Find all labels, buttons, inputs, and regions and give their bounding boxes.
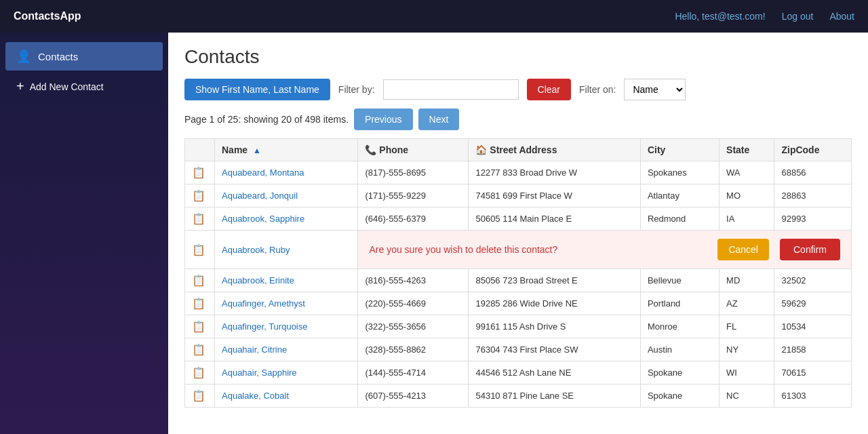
state-cell: IA [719, 208, 774, 231]
city-cell: Redmond [640, 208, 719, 231]
edit-cell: 📋 [185, 315, 215, 338]
pagination-info: Page 1 of 25: showing 20 of 498 items. P… [184, 108, 852, 130]
state-cell: AZ [719, 292, 774, 315]
zip-cell: 21858 [774, 338, 852, 361]
phone-header-label: Phone [379, 144, 408, 155]
address-cell: 85056 723 Broad Street E [469, 269, 640, 292]
edit-cell: 📋 [185, 292, 215, 315]
next-button[interactable]: Next [418, 108, 460, 130]
city-cell: Atlantay [640, 184, 719, 208]
edit-icon[interactable]: 📋 [192, 367, 205, 378]
phone-cell: (322)-555-3656 [358, 315, 469, 338]
zip-cell: 10534 [774, 315, 852, 338]
name-cell: Aquabrook, Ruby [215, 231, 358, 269]
confirm-button[interactable]: Confirm [780, 239, 840, 260]
clear-button[interactable]: Clear [527, 79, 571, 100]
table-row: 📋 Aquahair, Sapphire (144)-555-4714 4454… [185, 361, 852, 384]
zip-cell: 32502 [774, 269, 852, 292]
contact-link[interactable]: Aquabrook, Ruby [222, 245, 290, 255]
col-city: City [640, 139, 719, 161]
nav-links: Hello, test@test.com! Log out About [675, 11, 854, 22]
plus-icon: + [16, 79, 24, 94]
filter-input[interactable] [383, 79, 519, 100]
phone-cell: (646)-555-6379 [358, 208, 469, 231]
edit-icon[interactable]: 📋 [192, 390, 205, 401]
zip-cell: 68856 [774, 161, 852, 184]
sidebar-item-contacts[interactable]: 👤 Contacts [5, 42, 163, 71]
edit-icon[interactable]: 📋 [192, 275, 205, 286]
table-row: 📋 Aquafinger, Amethyst (220)-555-4669 19… [185, 292, 852, 315]
edit-icon[interactable]: 📋 [192, 190, 205, 201]
sidebar-add-contact[interactable]: + Add New Contact [5, 72, 163, 101]
logout-link[interactable]: Log out [782, 11, 814, 22]
confirm-text: Are you sure you wish to delete this con… [369, 244, 707, 255]
address-cell: 44546 512 Ash Lane NE [469, 361, 640, 384]
contact-link[interactable]: Aquabeard, Montana [222, 167, 304, 178]
table-row: 📋 Aquabrook, Erinite (816)-555-4263 8505… [185, 269, 852, 292]
edit-cell: 📋 [185, 161, 215, 184]
address-cell: 19285 286 Wide Drive NE [469, 292, 640, 315]
contacts-icon: 👤 [16, 49, 31, 64]
address-cell: 76304 743 First Place SW [469, 338, 640, 361]
table-row: 📋 Aquabeard, Montana (817)-555-8695 1227… [185, 161, 852, 184]
phone-cell: (607)-555-4213 [358, 384, 469, 408]
col-phone: 📞 Phone [358, 139, 469, 161]
edit-icon[interactable]: 📋 [192, 344, 205, 355]
state-cell: WI [719, 361, 774, 384]
page-title: Contacts [184, 46, 852, 68]
state-cell: NC [719, 384, 774, 408]
city-cell: Portland [640, 292, 719, 315]
phone-cell: (220)-555-4669 [358, 292, 469, 315]
contact-link[interactable]: Aquabrook, Erinite [222, 275, 294, 285]
contact-link[interactable]: Aquabrook, Sapphire [222, 214, 304, 224]
phone-cell: (171)-555-9229 [358, 184, 469, 208]
zip-cell: 70615 [774, 361, 852, 384]
address-cell: 50605 114 Main Place E [469, 208, 640, 231]
address-cell: 12277 833 Broad Drive W [469, 161, 640, 184]
contact-link[interactable]: Aqualake, Cobalt [222, 391, 289, 401]
edit-cell: 📋 [185, 231, 215, 269]
city-cell: Spokane [640, 384, 719, 408]
contact-link[interactable]: Aquahair, Citrine [222, 344, 287, 355]
edit-icon[interactable]: 📋 [192, 213, 205, 224]
edit-cell: 📋 [185, 338, 215, 361]
name-header-label: Name [222, 144, 248, 155]
phone-cell: (144)-555-4714 [358, 361, 469, 384]
edit-cell: 📋 [185, 384, 215, 408]
name-cell: Aquabrook, Erinite [215, 269, 358, 292]
house-icon: 🏠 [475, 144, 487, 155]
city-cell: Spokane [640, 361, 719, 384]
prev-button[interactable]: Previous [354, 108, 412, 130]
edit-icon[interactable]: 📋 [192, 167, 205, 178]
phone-cell: (816)-555-4263 [358, 269, 469, 292]
contact-link[interactable]: Aquafinger, Amethyst [222, 298, 305, 309]
col-name[interactable]: Name ▲ [215, 139, 358, 161]
contact-link[interactable]: Aquafinger, Turquoise [222, 321, 307, 332]
edit-icon[interactable]: 📋 [192, 244, 205, 256]
phone-icon: 📞 [365, 144, 376, 155]
state-cell: WA [719, 161, 774, 184]
name-cell: Aqualake, Cobalt [215, 384, 358, 408]
zip-cell: 59629 [774, 292, 852, 315]
contact-link[interactable]: Aquahair, Sapphire [222, 368, 297, 378]
pagination-text: Page 1 of 25: showing 20 of 498 items. [184, 114, 349, 125]
edit-cell: 📋 [185, 208, 215, 231]
contact-link[interactable]: Aquabeard, Jonquil [222, 191, 298, 201]
col-zip: ZipCode [774, 139, 852, 161]
cancel-button[interactable]: Cancel [717, 239, 769, 260]
name-cell: Aquabeard, Montana [215, 161, 358, 184]
contacts-table: Name ▲ 📞 Phone 🏠 Street Address City Sta… [184, 138, 852, 408]
about-link[interactable]: About [829, 11, 854, 22]
top-nav: ContactsApp Hello, test@test.com! Log ou… [0, 0, 868, 33]
show-name-button[interactable]: Show First Name, Last Name [184, 79, 330, 100]
zip-cell: 28863 [774, 184, 852, 208]
sidebar-contacts-label: Contacts [38, 51, 78, 62]
address-cell: 74581 699 First Place W [469, 184, 640, 208]
edit-icon[interactable]: 📋 [192, 321, 205, 332]
city-cell: Bellevue [640, 269, 719, 292]
col-edit [185, 139, 215, 161]
filter-on-select[interactable]: Name Phone City State ZipCode [624, 79, 686, 100]
name-cell: Aquafinger, Amethyst [215, 292, 358, 315]
edit-icon[interactable]: 📋 [192, 298, 205, 309]
state-cell: MD [719, 269, 774, 292]
